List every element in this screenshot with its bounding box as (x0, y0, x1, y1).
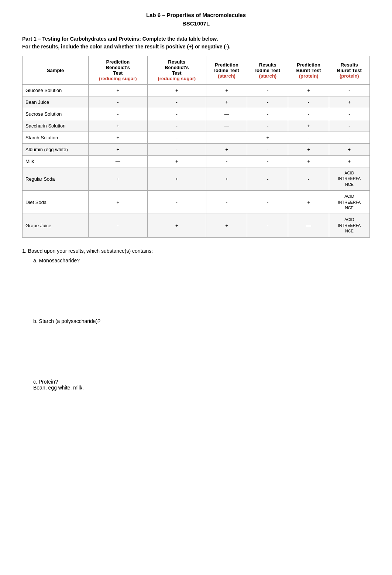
header-line2: BSC1007L (22, 20, 370, 28)
data-table: Sample PredictionBenedict'sTest(reducing… (22, 56, 370, 238)
page-header: Lab 6 – Properties of Macromolecules BSC… (22, 11, 370, 28)
questions-section: 1. Based upon your results, which substa… (22, 248, 370, 391)
table-row: Bean Juice--+--+ (23, 96, 370, 108)
table-row: Milk—+--++ (23, 156, 370, 167)
table-row: Grape Juice-++-—ACIDINTREERFANCE (23, 214, 370, 237)
table-row: Saccharin Solution+-—-+- (23, 120, 370, 132)
table-row: Regular Soda+++--ACIDINTREERFANCE (23, 167, 370, 191)
table-row: Glucose Solution+++-+- (23, 85, 370, 96)
question-1: 1. Based upon your results, which substa… (22, 248, 370, 254)
part1-header-line1: Part 1 – Testing for Carbohydrates and P… (22, 35, 370, 43)
question-1b: b. Starch (a polysaccharide)? (33, 318, 370, 324)
question-1a: a. Monosaccharide? (33, 258, 370, 263)
part1-header: Part 1 – Testing for Carbohydrates and P… (22, 35, 370, 51)
table-row: Albumin (egg white)+-+-++ (23, 144, 370, 156)
header-line1: Lab 6 – Properties of Macromolecules (22, 11, 370, 20)
answer-space-1a (22, 266, 370, 318)
col-header-pred-iodine: PredictionIodine Test(starch) (206, 56, 247, 85)
part1-header-line2: For the results, include the color and w… (22, 43, 370, 51)
col-header-pred-benedict: PredictionBenedict'sTest(reducing sugar) (89, 56, 147, 85)
table-row: Sucrose Solution--—--- (23, 108, 370, 120)
col-header-pred-biuret: PredictionBiuret Test(protein) (288, 56, 329, 85)
table-row: Starch Solution+-—+-- (23, 132, 370, 144)
table-row: Diet Soda+---+ACIDINTREERFANCE (23, 191, 370, 214)
col-header-res-iodine: ResultsIodine Test(starch) (247, 56, 288, 85)
col-header-sample: Sample (23, 56, 89, 85)
col-header-res-benedict: ResultsBenedict'sTest(reducing sugar) (147, 56, 206, 85)
question-1c: c. Protein? Bean, egg white, milk. (33, 379, 370, 391)
answer-space-1b (22, 327, 370, 379)
col-header-res-biuret: ResultsBiuret Test(protein) (329, 56, 369, 85)
